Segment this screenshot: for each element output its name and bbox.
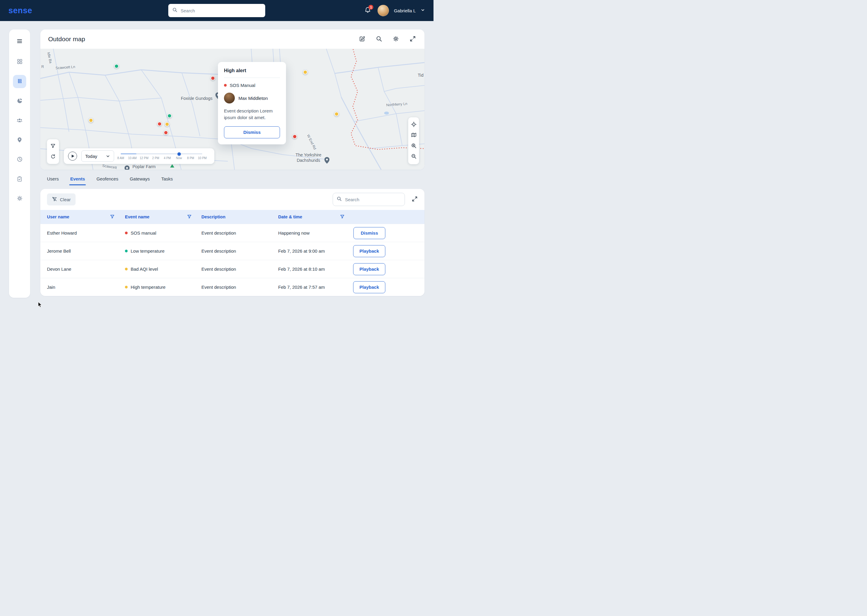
table-header-row: User name Event name Description Date & …	[40, 210, 424, 224]
filter-datetime-button[interactable]	[340, 214, 345, 220]
playback-button[interactable]: Playback	[353, 263, 385, 275]
sidebar-item-settings[interactable]	[13, 192, 26, 206]
filter-user-button[interactable]	[110, 214, 115, 220]
sidebar-item-tasks[interactable]	[13, 173, 26, 186]
sidebar-menu-button[interactable]	[13, 35, 26, 48]
map-marker-yellow[interactable]	[303, 70, 308, 74]
map-marker-yellow[interactable]	[89, 118, 93, 123]
map-view-controls	[408, 117, 419, 164]
dismiss-button[interactable]: Dismiss	[353, 227, 385, 239]
table-search-input[interactable]	[345, 197, 405, 202]
global-search-input[interactable]	[181, 8, 261, 13]
column-datetime: Date & time	[278, 214, 302, 219]
filter-event-button[interactable]	[187, 214, 192, 220]
cell-event-name: Low temperature	[131, 248, 165, 253]
page-title: Outdoor map	[48, 36, 85, 43]
sidebar-item-dashboard[interactable]	[13, 55, 26, 69]
fullscreen-icon	[410, 36, 416, 43]
timeline-tick: 2 PM	[152, 156, 159, 160]
event-status-dot	[125, 286, 128, 288]
chevron-down-icon	[106, 154, 110, 159]
tab-tasks[interactable]: Tasks	[161, 176, 173, 185]
map-marker-red[interactable]	[292, 134, 297, 139]
content-tabs: Users Events Geofences Gateways Tasks	[40, 170, 424, 185]
gear-icon	[17, 195, 23, 203]
cell-datetime: Happening now	[278, 230, 345, 236]
crosshair-icon	[411, 121, 417, 128]
tab-events[interactable]: Events	[70, 176, 85, 185]
map-marker-yellow[interactable]	[165, 122, 169, 127]
sidebar-item-analytics[interactable]	[13, 94, 26, 108]
map-marker-green[interactable]	[167, 114, 172, 118]
poi-pin-icon	[125, 165, 130, 170]
map-columns-icon	[17, 78, 23, 85]
map-marker-yellow[interactable]	[334, 112, 339, 116]
map-marker-green[interactable]	[114, 64, 118, 68]
edit-map-button[interactable]	[358, 35, 366, 43]
cell-description: Event description	[202, 248, 278, 253]
popup-user-name: Max Middleton	[238, 96, 268, 101]
map-marker-red[interactable]	[210, 76, 215, 81]
map-search-button[interactable]	[375, 35, 383, 43]
clear-filters-button[interactable]: Clear	[47, 193, 76, 206]
user-menu-button[interactable]	[421, 8, 425, 13]
sidebar-item-team[interactable]	[13, 114, 26, 127]
tab-gateways[interactable]: Gateways	[130, 176, 150, 185]
table-row: Jain High temperature Event description …	[40, 278, 424, 296]
notification-badge: 1	[369, 5, 373, 9]
map-fullscreen-button[interactable]	[409, 35, 417, 43]
event-status-dot	[125, 268, 128, 270]
timeline-tick-now: Now	[176, 156, 182, 160]
map-marker-red[interactable]	[164, 130, 168, 135]
timeline-tick: 8 AM	[117, 156, 125, 160]
sidebar-item-location[interactable]	[13, 134, 26, 147]
timeline-slider[interactable]: 8 AM 10 AM 12 PM 2 PM 4 PM Now 8 PM 10 P…	[118, 148, 210, 164]
high-alert-popup: High alert SOS Manual Max Middleton Even…	[218, 62, 286, 145]
map-layers-button[interactable]	[411, 132, 417, 139]
table-fullscreen-button[interactable]	[411, 196, 418, 203]
popup-dismiss-button[interactable]: Dismiss	[224, 126, 280, 138]
playback-button[interactable]: Playback	[353, 245, 385, 257]
cell-datetime: Feb 7, 2026 at 7:57 am	[278, 284, 345, 290]
cell-description: Event description	[202, 230, 278, 236]
event-status-dot	[125, 250, 128, 252]
cell-user: Devon Lane	[47, 267, 125, 272]
table-search[interactable]	[333, 193, 405, 206]
map-marker-red[interactable]	[157, 122, 162, 126]
notifications-button[interactable]: 1	[363, 5, 373, 16]
playback-button[interactable]: Playback	[353, 281, 385, 293]
popup-title: High alert	[224, 68, 280, 73]
search-icon	[376, 36, 382, 43]
app-header: sense 1 Gabriella L	[0, 0, 434, 21]
app-logo: sense	[8, 6, 32, 15]
zoom-in-icon	[411, 143, 417, 149]
time-range-select[interactable]: Today	[81, 150, 114, 162]
map-settings-button[interactable]	[392, 35, 400, 43]
gear-icon	[393, 36, 399, 43]
global-search[interactable]	[168, 4, 265, 17]
table-row: Devon Lane Bad AQI level Event descripti…	[40, 260, 424, 278]
tab-users[interactable]: Users	[47, 176, 59, 185]
zoom-out-button[interactable]	[411, 153, 417, 160]
map-filter-button[interactable]	[50, 143, 56, 149]
column-description: Description	[202, 214, 225, 219]
locate-button[interactable]	[411, 121, 417, 128]
sidebar-item-history[interactable]	[13, 153, 26, 167]
tab-geofences[interactable]: Geofences	[96, 176, 118, 185]
clock-icon	[17, 156, 23, 163]
map-refresh-button[interactable]	[50, 154, 56, 160]
cell-user: Jain	[47, 284, 125, 290]
event-type-label: SOS Manual	[230, 83, 255, 88]
timeline-handle[interactable]	[177, 152, 181, 156]
zoom-in-button[interactable]	[411, 143, 417, 149]
filter-icon	[50, 143, 56, 149]
map-canvas[interactable]: R Scawcett Ln Idle Ba Foxisle Gundogs Ti…	[40, 49, 424, 170]
filter-icon	[110, 214, 115, 220]
users-icon	[16, 117, 23, 124]
sidebar-item-map[interactable]	[13, 75, 26, 88]
user-name: Gabriella L	[394, 8, 416, 13]
cell-description: Event description	[202, 284, 278, 290]
user-avatar[interactable]	[377, 5, 389, 16]
dashboard-grid-icon	[17, 58, 23, 66]
play-button[interactable]	[68, 152, 77, 160]
